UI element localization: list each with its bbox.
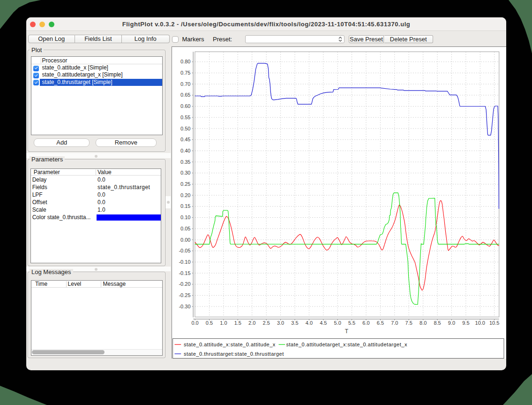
svg-text:0.80: 0.80	[180, 59, 190, 64]
svg-text:0.5: 0.5	[206, 320, 213, 326]
svg-text:0.70: 0.70	[180, 81, 190, 87]
svg-text:0.05: 0.05	[180, 226, 190, 231]
svg-text:0.35: 0.35	[180, 159, 190, 165]
svg-text:0.40: 0.40	[180, 148, 190, 153]
svg-text:3.0: 3.0	[277, 320, 284, 326]
svg-text:2.0: 2.0	[248, 320, 255, 326]
svg-text:-0.20: -0.20	[179, 281, 190, 287]
svg-text:10.5: 10.5	[489, 320, 499, 326]
svg-text:0.65: 0.65	[180, 92, 190, 98]
svg-text:0.55: 0.55	[180, 115, 190, 120]
svg-text:4.5: 4.5	[320, 320, 327, 326]
svg-text:8.5: 8.5	[434, 320, 441, 326]
svg-text:-0.15: -0.15	[179, 270, 190, 276]
svg-text:-0.10: -0.10	[179, 259, 190, 265]
svg-text:9.5: 9.5	[462, 320, 469, 326]
svg-text:9.0: 9.0	[448, 320, 455, 326]
svg-text:0.50: 0.50	[180, 126, 190, 131]
svg-text:0.30: 0.30	[180, 170, 190, 176]
svg-text:0.45: 0.45	[180, 137, 190, 142]
svg-text:5.0: 5.0	[334, 320, 341, 326]
svg-text:3.5: 3.5	[291, 320, 298, 326]
svg-text:state_0.attitudetarget_x:state: state_0.attitudetarget_x:state_0.attitud…	[286, 342, 407, 347]
svg-text:0.0: 0.0	[191, 320, 198, 326]
svg-text:4.0: 4.0	[306, 320, 313, 326]
svg-text:0.75: 0.75	[180, 70, 190, 76]
svg-text:-0.30: -0.30	[179, 304, 190, 309]
svg-text:6.5: 6.5	[377, 320, 384, 326]
svg-text:6.0: 6.0	[362, 320, 369, 326]
svg-text:-0.05: -0.05	[179, 248, 190, 253]
svg-text:state_0.thrusttarget:state_0.t: state_0.thrusttarget:state_0.thrusttarge…	[184, 351, 284, 357]
svg-text:8.0: 8.0	[420, 320, 427, 326]
svg-text:7.5: 7.5	[405, 320, 412, 326]
svg-text:state_0.attitude_x:state_0.att: state_0.attitude_x:state_0.attitude_x	[184, 342, 276, 347]
svg-text:T: T	[345, 328, 349, 335]
svg-text:0.15: 0.15	[180, 203, 190, 209]
svg-text:0.20: 0.20	[180, 192, 190, 198]
svg-text:10.0: 10.0	[475, 320, 485, 326]
svg-text:0.60: 0.60	[180, 103, 190, 109]
svg-text:0.10: 0.10	[180, 214, 190, 220]
svg-text:5.5: 5.5	[348, 320, 355, 326]
svg-text:0.00: 0.00	[180, 237, 190, 243]
svg-text:0.25: 0.25	[180, 181, 190, 187]
svg-text:1.5: 1.5	[234, 320, 241, 326]
svg-text:7.0: 7.0	[391, 320, 398, 326]
svg-text:2.5: 2.5	[263, 320, 270, 326]
svg-text:-0.25: -0.25	[179, 292, 190, 298]
svg-text:1.0: 1.0	[220, 320, 227, 326]
